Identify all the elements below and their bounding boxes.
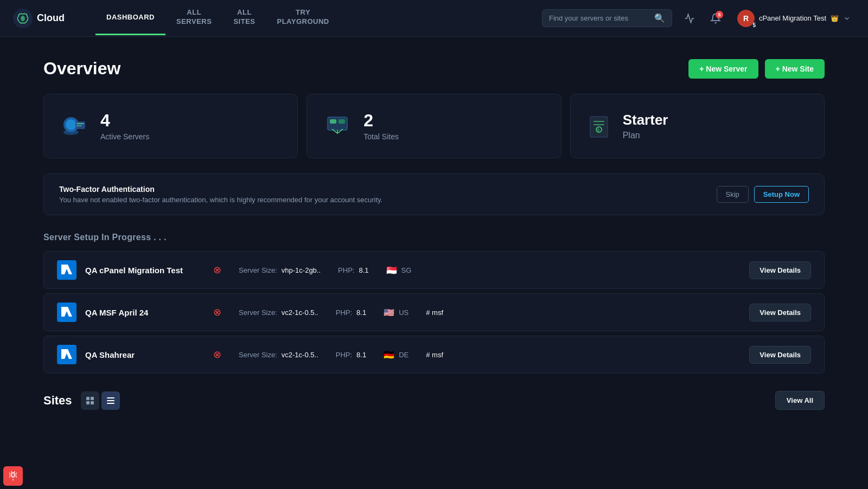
svg-point-2 [66,119,76,130]
main-nav: DASHBOARD ALLSERVERS ALLSITES TRYPLAYGRO… [95,0,542,40]
svg-rect-20 [57,345,76,364]
bug-report-button[interactable] [3,466,23,486]
logo[interactable]: Cloud [13,9,78,28]
country-flag: 🇸🇬 [386,265,397,275]
notification-badge: 5 [716,11,723,18]
crown-icon: 👑 [831,15,839,22]
twofa-banner: Two-Factor Authentication You have not e… [43,173,825,215]
svg-rect-24 [86,401,90,404]
php-item: PHP: 8.1 [338,266,368,274]
server-row: QA cPanel Migration Test ⊗ Server Size: … [43,251,825,289]
active-servers-count: 4 [100,111,149,130]
country-code: US [399,308,409,317]
server-provider-icon [57,303,76,322]
sites-title-area: Sites [43,391,120,410]
total-sites-label: Total Sites [363,132,399,141]
tag-item: # msf [426,308,443,317]
svg-point-3 [63,130,79,135]
view-details-button[interactable]: View Details [749,304,811,321]
stat-card-sites: 2 Total Sites [307,94,561,158]
tag-item: # msf [426,351,443,359]
location-item: 🇺🇸 US [384,307,409,318]
notifications-icon[interactable]: 5 [707,10,724,27]
view-details-button[interactable]: View Details [749,261,811,279]
svg-rect-9 [339,119,345,124]
main-content: Overview + New Server + New Site 4 Ac [0,37,868,432]
new-server-button[interactable]: + New Server [688,59,758,79]
location-item: 🇸🇬 SG [386,265,412,275]
active-servers-label: Active Servers [100,132,149,141]
user-menu[interactable]: R 5 cPanel Migration Test 👑 [733,8,855,29]
header-right: 🔍 5 R 5 cPanel Migration Test 👑 [542,8,855,29]
search-input[interactable] [549,14,650,22]
svg-rect-8 [330,119,336,124]
server-size-item: Server Size: vc2-1c-0.5.. [239,351,318,359]
server-name: QA Shahrear [85,350,205,359]
activity-icon[interactable] [681,10,698,27]
svg-rect-22 [86,397,90,400]
server-row: QA MSF April 24 ⊗ Server Size: vc2-1c-0.… [43,293,825,331]
svg-rect-5 [76,123,84,124]
plan-subtitle: Plan [623,131,668,140]
svg-rect-18 [57,303,76,322]
svg-rect-12 [593,121,604,122]
svg-rect-28 [107,403,114,404]
user-name: cPanel Migration Test [759,14,826,22]
view-all-button[interactable]: View All [775,391,825,410]
overview-header: Overview + New Server + New Site [43,59,825,79]
search-icon: 🔍 [654,13,665,23]
server-name: QA cPanel Migration Test [85,266,205,275]
nav-dashboard[interactable]: DASHBOARD [95,1,165,36]
logo-text: Cloud [37,12,65,24]
stat-sites-content: 2 Total Sites [363,111,399,141]
php-item: PHP: 8.1 [336,351,366,359]
server-provider-icon [57,260,76,280]
main-header: Cloud DASHBOARD ALLSERVERS ALLSITES TRYP… [0,0,868,37]
server-size-item: Server Size: vc2-1c-0.5.. [239,308,318,317]
header-buttons: + New Server + New Site [688,59,825,79]
new-site-button[interactable]: + New Site [765,59,825,79]
error-icon[interactable]: ⊗ [213,306,221,318]
error-icon[interactable]: ⊗ [213,349,221,361]
error-icon[interactable]: ⊗ [213,264,221,276]
search-bar[interactable]: 🔍 [542,9,672,27]
sites-icon [322,110,353,143]
stat-servers-content: 4 Active Servers [100,111,149,141]
svg-rect-25 [91,401,94,404]
plan-icon: $ [586,113,612,139]
servers-in-progress-title: Server Setup In Progress . . . [43,233,825,242]
svg-rect-13 [593,124,604,125]
twofa-actions: Skip Setup Now [717,186,809,203]
nav-all-servers[interactable]: ALLSERVERS [165,0,222,40]
grid-view-button[interactable] [81,391,99,410]
plan-title: Starter [623,112,668,128]
svg-rect-27 [107,400,114,401]
sites-title: Sites [43,394,72,408]
svg-rect-26 [107,397,114,398]
page-title: Overview [43,59,120,79]
view-toggle [81,391,120,410]
server-meta: Server Size: vc2-1c-0.5.. PHP: 8.1 🇩🇪 DE… [239,350,741,360]
setup-now-button[interactable]: Setup Now [754,186,809,203]
country-code: DE [399,351,409,359]
view-details-button[interactable]: View Details [749,346,811,364]
stat-card-servers: 4 Active Servers [43,94,298,158]
stat-plan-content: Starter Plan [623,112,668,140]
svg-rect-23 [91,397,94,400]
nav-all-sites[interactable]: ALLSITES [222,0,266,40]
stat-cards: 4 Active Servers 2 Total Sites [43,94,825,158]
nav-playground[interactable]: TRYPLAYGROUND [266,0,340,40]
svg-rect-6 [76,125,82,126]
skip-button[interactable]: Skip [717,186,749,203]
avatar-badge: 5 [752,22,756,28]
bottom-bar [0,463,26,489]
country-flag: 🇺🇸 [384,307,394,318]
server-meta: Server Size: vc2-1c-0.5.. PHP: 8.1 🇺🇸 US… [239,307,741,318]
svg-rect-16 [57,260,76,280]
twofa-title: Two-Factor Authentication [59,185,382,194]
servers-icon [59,110,90,143]
server-name: QA MSF April 24 [85,308,205,317]
php-item: PHP: 8.1 [336,308,366,317]
server-meta: Server Size: vhp-1c-2gb.. PHP: 8.1 🇸🇬 SG [239,265,741,275]
list-view-button[interactable] [101,391,120,410]
